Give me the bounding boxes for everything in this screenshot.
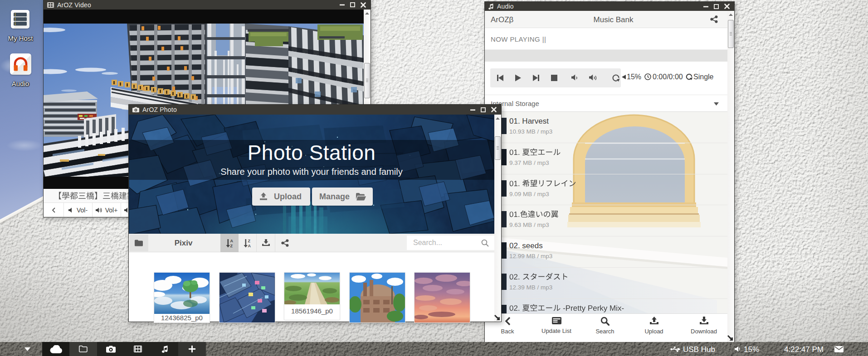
svg-text:Z: Z: [230, 244, 233, 248]
svg-text:A: A: [230, 239, 233, 243]
svg-text:A: A: [248, 244, 251, 248]
svg-text:Z: Z: [248, 239, 251, 243]
